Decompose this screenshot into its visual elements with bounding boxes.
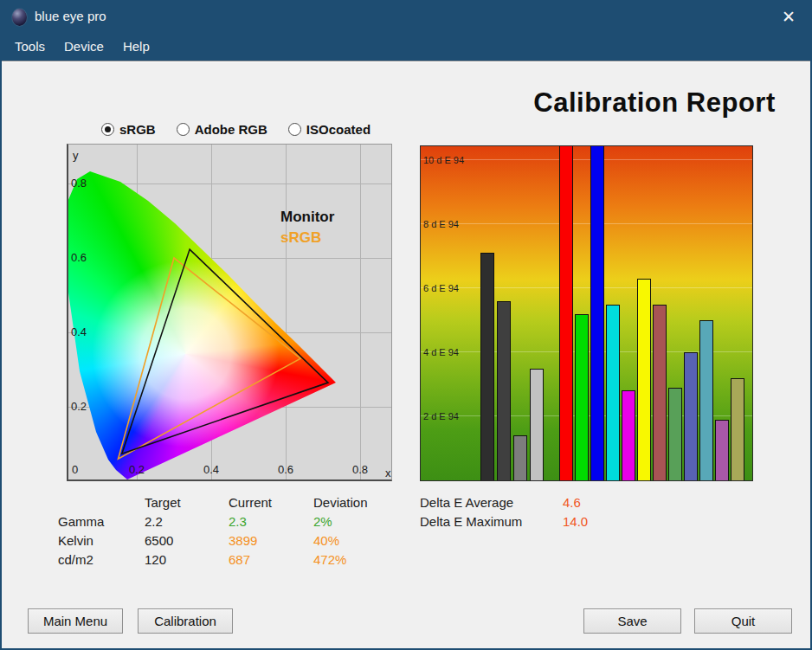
row-label: cd/m2 bbox=[58, 552, 145, 567]
radio-circle[interactable] bbox=[177, 123, 190, 136]
deviation-value: 472% bbox=[313, 552, 396, 567]
calibration-button[interactable]: Calibration bbox=[138, 608, 233, 634]
bar-blue bbox=[590, 145, 604, 480]
menu-item-help[interactable]: Help bbox=[113, 33, 159, 61]
row-label: Kelvin bbox=[58, 533, 145, 548]
cie-axis-tick: 0.4 bbox=[71, 325, 87, 338]
cie-axis-tick: 0.8 bbox=[352, 463, 368, 476]
bar-dark-green bbox=[668, 388, 682, 480]
title-bar: blue eye pro ✕ bbox=[2, 2, 810, 33]
current-value: 687 bbox=[229, 552, 313, 567]
bar-red bbox=[559, 145, 573, 480]
menu-item-tools[interactable]: Tools bbox=[5, 33, 55, 61]
monitor-triangle bbox=[122, 249, 328, 454]
legend-srgb: sRGB bbox=[280, 229, 321, 247]
close-button[interactable]: ✕ bbox=[777, 6, 800, 29]
target-value: 120 bbox=[145, 552, 229, 567]
table-row-gamma: Gamma2.22.32% bbox=[58, 512, 396, 531]
summary-label: Delta E Maximum bbox=[420, 514, 563, 529]
app-icon bbox=[12, 9, 27, 26]
radio-label: Adobe RGB bbox=[195, 122, 267, 137]
bar-magenta bbox=[622, 390, 635, 480]
bar-cyan bbox=[606, 305, 620, 481]
bar-gray bbox=[497, 301, 511, 480]
summary-row: Delta E Average4.6 bbox=[420, 492, 588, 512]
row-label: Gamma bbox=[58, 514, 145, 529]
bar-teal bbox=[699, 320, 713, 480]
cie-axis-tick: 0 bbox=[72, 463, 78, 476]
cie-axis-tick: 0.8 bbox=[71, 177, 87, 190]
bar-olive bbox=[731, 378, 744, 480]
chart-axis-label: 10 d E 94 bbox=[423, 155, 464, 165]
cie-x-axis-letter: x bbox=[385, 467, 391, 479]
cie-axis-tick: 0.4 bbox=[203, 463, 219, 476]
srgb-triangle bbox=[119, 258, 301, 459]
bar-dark-gray bbox=[480, 253, 494, 480]
radio-label: ISOcoated bbox=[306, 122, 371, 137]
summary-label: Delta E Average bbox=[420, 495, 563, 510]
column-header: Deviation bbox=[313, 495, 396, 510]
app-window: blue eye pro ✕ ToolsDeviceHelp sRGBAdobe… bbox=[0, 0, 812, 650]
main-menu-button[interactable]: Main Menu bbox=[28, 608, 123, 634]
cie-axis-tick: 0.6 bbox=[71, 251, 87, 264]
radio-circle[interactable] bbox=[288, 123, 301, 136]
bar-green bbox=[575, 314, 589, 480]
bar-dark-red bbox=[653, 305, 667, 481]
radio-option-isocoated[interactable]: ISOcoated bbox=[288, 122, 371, 137]
chart-axis-label: 8 d E 94 bbox=[423, 219, 459, 229]
radio-label: sRGB bbox=[119, 122, 156, 137]
table-row-cdm2: cd/m2120687472% bbox=[58, 550, 396, 569]
window-title: blue eye pro bbox=[35, 9, 106, 23]
report-title: Calibration Report bbox=[515, 87, 794, 119]
column-header: Current bbox=[229, 495, 313, 510]
target-value: 2.2 bbox=[145, 514, 229, 529]
bar-yellow bbox=[637, 279, 651, 480]
menu-item-device[interactable]: Device bbox=[55, 33, 113, 61]
bar-purple bbox=[715, 420, 729, 480]
target-value: 6500 bbox=[145, 533, 229, 548]
quit-button[interactable]: Quit bbox=[694, 608, 792, 634]
main-content: sRGBAdobe RGBISOcoated Calibration Repor… bbox=[2, 61, 810, 650]
chart-gridline bbox=[421, 159, 752, 160]
delta-e-summary: Delta E Average4.6Delta E Maximum14.0 bbox=[420, 492, 588, 531]
chart-axis-label: 4 d E 94 bbox=[423, 347, 459, 357]
chart-axis-label: 2 d E 94 bbox=[423, 411, 459, 422]
cie-axis-tick: 0.2 bbox=[71, 400, 87, 413]
menu-bar: ToolsDeviceHelp bbox=[2, 33, 810, 61]
column-header: Target bbox=[145, 495, 229, 510]
cie-axis-tick: 0.2 bbox=[129, 463, 145, 476]
profile-radio-group: sRGBAdobe RGBISOcoated bbox=[101, 122, 391, 137]
current-value: 2.3 bbox=[229, 514, 313, 529]
summary-value: 14.0 bbox=[563, 514, 588, 529]
chart-gridline bbox=[421, 287, 752, 288]
legend-monitor: Monitor bbox=[280, 209, 334, 226]
cie-axis-tick: 0.6 bbox=[278, 463, 293, 476]
delta-e-bar-chart: 10 d E 948 d E 946 d E 944 d E 942 d E 9… bbox=[420, 145, 753, 481]
table-row-kelvin: Kelvin6500389940% bbox=[58, 531, 396, 550]
radio-option-adobe-rgb[interactable]: Adobe RGB bbox=[177, 122, 267, 137]
radio-circle[interactable] bbox=[101, 123, 114, 136]
calibration-results-table: TargetCurrentDeviationGamma2.22.32%Kelvi… bbox=[58, 492, 396, 569]
radio-option-srgb[interactable]: sRGB bbox=[101, 122, 156, 137]
bar-mid-gray bbox=[513, 435, 527, 480]
summary-row: Delta E Maximum14.0 bbox=[420, 512, 588, 531]
save-button[interactable]: Save bbox=[583, 608, 681, 634]
bar-light-gray bbox=[530, 369, 544, 481]
deviation-value: 2% bbox=[313, 514, 396, 529]
bar-slate-blue bbox=[684, 352, 698, 480]
deviation-value: 40% bbox=[313, 533, 396, 548]
cie-y-axis-letter: y bbox=[73, 149, 79, 162]
current-value: 3899 bbox=[229, 533, 313, 548]
chart-axis-label: 6 d E 94 bbox=[423, 283, 459, 293]
cie-chromaticity-diagram: 0.80.60.40.20.20.40.60.80yx Monitor sRGB bbox=[67, 144, 392, 481]
summary-value: 4.6 bbox=[563, 495, 581, 510]
chart-gridline bbox=[421, 223, 752, 224]
gamut-triangles bbox=[68, 145, 392, 481]
